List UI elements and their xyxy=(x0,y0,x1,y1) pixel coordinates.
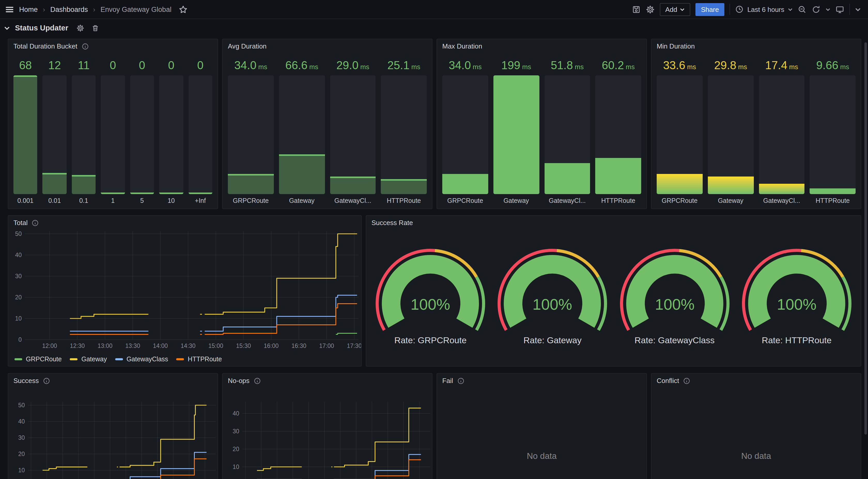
info-icon[interactable] xyxy=(457,377,464,384)
y-axis-tick-label: 10 xyxy=(18,467,25,474)
bar-gauge-value: 12 xyxy=(43,59,67,72)
success-chart-plot[interactable]: 1020304050 xyxy=(8,386,218,479)
bar-gauge-value: 0 xyxy=(188,59,212,72)
series-line-Gateway xyxy=(70,314,149,318)
panel-title[interactable]: Total xyxy=(13,219,28,227)
panel-fail: Fail No data xyxy=(437,373,647,479)
panel-total: Total 0102030405012:0012:3013:0013:3014:… xyxy=(8,215,362,367)
series-line-GatewayClass xyxy=(205,295,357,331)
gauge-value: 100% xyxy=(411,296,450,313)
bar-gauge-bar xyxy=(101,75,125,194)
panel-title[interactable]: Fail xyxy=(442,377,453,384)
bar-gauge-label: 0.1 xyxy=(72,197,96,204)
panel-success-rate: Success Rate 100%Rate: GRPCRoute100%Rate… xyxy=(366,215,861,367)
bar-gauge-value: 199 ms xyxy=(493,59,539,72)
panel-title[interactable]: Total Duration Bucket xyxy=(13,42,77,50)
breadcrumb: Home › Dashboards › Envoy Gateway Global xyxy=(0,5,188,14)
y-axis-tick-label: 40 xyxy=(232,410,239,417)
page-scrollbar-thumb[interactable] xyxy=(864,42,867,435)
share-button[interactable]: Share xyxy=(695,3,724,16)
gauge-label: Rate: GRPCRoute xyxy=(394,336,467,346)
bar-gauge-value: 17.4 ms xyxy=(759,59,805,72)
refresh-interval-caret-icon[interactable] xyxy=(826,7,830,12)
legend-label: GRPCRoute xyxy=(26,356,62,363)
panel-title[interactable]: Avg Duration xyxy=(228,42,267,50)
row-settings-icon[interactable] xyxy=(76,24,84,32)
bar-gauge-bar xyxy=(442,75,488,194)
toolbar-divider xyxy=(849,4,850,15)
info-icon[interactable] xyxy=(254,377,261,384)
panel-title[interactable]: No-ops xyxy=(228,377,250,384)
breadcrumb-dashboards[interactable]: Dashboards xyxy=(51,5,88,13)
breadcrumb-home[interactable]: Home xyxy=(19,5,38,13)
row-collapse-chevron-icon[interactable] xyxy=(4,25,10,31)
bar-gauge-bar xyxy=(657,75,703,194)
total-chart-plot[interactable]: 0102030405012:0012:3013:0013:3014:0014:3… xyxy=(8,228,361,354)
series-line-HTTPRoute xyxy=(334,459,421,479)
bar-gauge-value: 29.8 ms xyxy=(708,59,754,72)
legend-item-GatewayClass[interactable]: GatewayClass xyxy=(115,356,168,363)
top-nav-bar: Home › Dashboards › Envoy Gateway Global… xyxy=(0,0,868,19)
bar-gauge-bar xyxy=(595,75,642,194)
panel-title[interactable]: Min Duration xyxy=(657,42,695,50)
toolbar-overflow-caret-icon[interactable] xyxy=(855,6,861,12)
info-icon[interactable] xyxy=(43,377,50,384)
panel-title[interactable]: Success xyxy=(13,377,39,384)
legend-label: Gateway xyxy=(82,356,107,363)
bar-gauge-bar xyxy=(330,75,376,194)
gauge-value: 100% xyxy=(533,296,572,313)
bar-gauge-bar xyxy=(759,75,805,194)
bar-gauge-value: 34.0 ms xyxy=(228,59,274,72)
row-title[interactable]: Status Updater xyxy=(15,24,68,32)
x-axis-tick-label: 14:00 xyxy=(153,342,168,349)
bar-gauge-label: HTTPRoute xyxy=(381,197,427,204)
save-dashboard-icon[interactable] xyxy=(632,5,641,14)
info-icon[interactable] xyxy=(32,219,39,226)
bar-gauge-bar xyxy=(810,75,856,194)
refresh-icon[interactable] xyxy=(812,5,820,14)
bar-gauge-label: GRPCRoute xyxy=(228,197,274,204)
panel-title[interactable]: Success Rate xyxy=(371,219,413,227)
legend-item-Gateway[interactable]: Gateway xyxy=(70,356,107,363)
y-axis-tick-label: 30 xyxy=(18,434,25,441)
row-delete-trash-icon[interactable] xyxy=(91,24,99,32)
panel-avg-duration: Avg Duration 34.0 ms66.6 ms29.0 ms25.1 m… xyxy=(222,39,432,209)
panel-title[interactable]: Max Duration xyxy=(442,42,482,50)
legend-swatch xyxy=(115,358,123,360)
time-range-picker[interactable]: Last 6 hours xyxy=(736,5,793,13)
y-axis-tick-label: 10 xyxy=(232,464,239,470)
breadcrumb-separator: › xyxy=(93,5,95,13)
zoom-out-icon[interactable] xyxy=(798,5,807,14)
panel-title[interactable]: Conflict xyxy=(657,377,679,384)
success-rate-gauge: 100%Rate: GatewayClass xyxy=(614,247,736,346)
bar-gauge-bar xyxy=(381,75,427,194)
bar-gauge-value: 0 xyxy=(159,59,183,72)
dashboard-settings-icon[interactable] xyxy=(646,5,654,14)
bar-gauge-value: 33.6 ms xyxy=(657,59,703,72)
star-icon[interactable] xyxy=(179,5,188,14)
info-icon[interactable] xyxy=(683,377,690,384)
bar-gauge-value: 60.2 ms xyxy=(595,59,642,72)
legend-item-HTTPRoute[interactable]: HTTPRoute xyxy=(177,356,222,363)
chart-legend: GRPCRouteGatewayGatewayClassHTTPRoute xyxy=(14,356,222,363)
y-axis-tick-label: 10 xyxy=(15,315,22,322)
x-axis-tick-label: 16:30 xyxy=(291,342,306,349)
bar-gauge-label: Gateway xyxy=(708,197,754,204)
add-button-label: Add xyxy=(665,5,677,13)
legend-swatch xyxy=(70,358,78,360)
x-axis-tick-label: 17:30 xyxy=(347,342,361,349)
gauge-label: Rate: Gateway xyxy=(523,336,582,346)
y-axis-tick-label: 40 xyxy=(15,252,22,258)
hamburger-menu-icon[interactable] xyxy=(5,5,14,14)
series-line-Gateway xyxy=(43,467,87,470)
series-line-Gateway xyxy=(334,408,421,467)
noops-chart-plot[interactable]: 10203040 xyxy=(223,386,432,479)
info-icon[interactable] xyxy=(82,43,89,50)
bar-gauge-label: 1 xyxy=(101,197,125,204)
kiosk-mode-icon[interactable] xyxy=(835,5,844,14)
add-button[interactable]: Add xyxy=(659,3,690,16)
x-axis-tick-label: 17:00 xyxy=(319,342,334,349)
legend-label: HTTPRoute xyxy=(188,356,222,363)
bar-gauge-label: 0.001 xyxy=(13,197,37,204)
legend-item-GRPCRoute[interactable]: GRPCRoute xyxy=(14,356,62,363)
